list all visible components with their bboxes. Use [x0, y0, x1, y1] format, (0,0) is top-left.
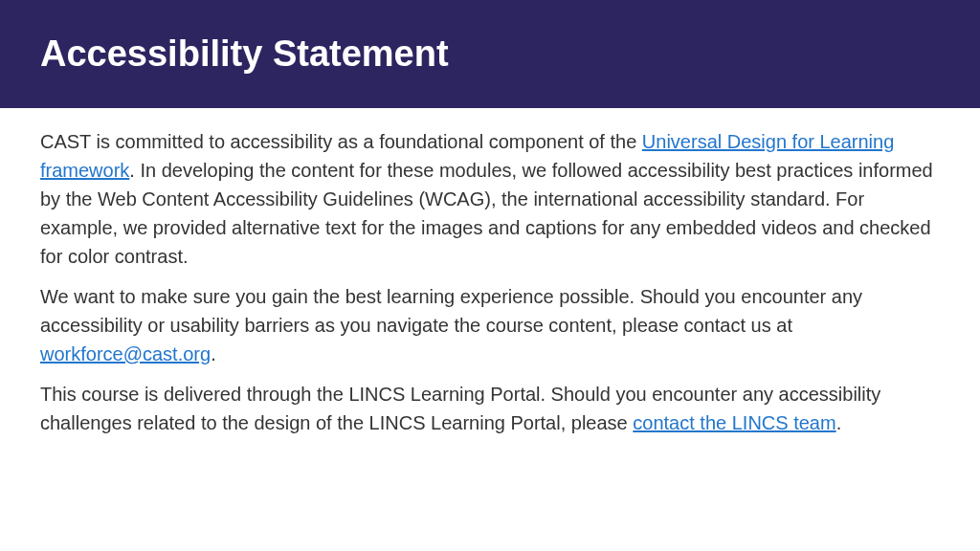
page-content: CAST is committed to accessibility as a …: [0, 108, 980, 468]
paragraph-1: CAST is committed to accessibility as a …: [40, 127, 940, 271]
page-header: Accessibility Statement: [0, 0, 980, 108]
workforce-email-link[interactable]: workforce@cast.org: [40, 343, 211, 364]
contact-lincs-link[interactable]: contact the LINCS team: [633, 412, 835, 433]
p3-text-2: .: [836, 412, 842, 433]
paragraph-3: This course is delivered through the LIN…: [40, 380, 940, 437]
paragraph-2: We want to make sure you gain the best l…: [40, 282, 940, 368]
p2-text-2: .: [211, 343, 216, 364]
page-title: Accessibility Statement: [40, 33, 449, 75]
p1-text-1: CAST is committed to accessibility as a …: [40, 131, 642, 152]
p2-text-1: We want to make sure you gain the best l…: [40, 286, 862, 336]
p1-text-2: . In developing the content for these mo…: [40, 160, 933, 267]
